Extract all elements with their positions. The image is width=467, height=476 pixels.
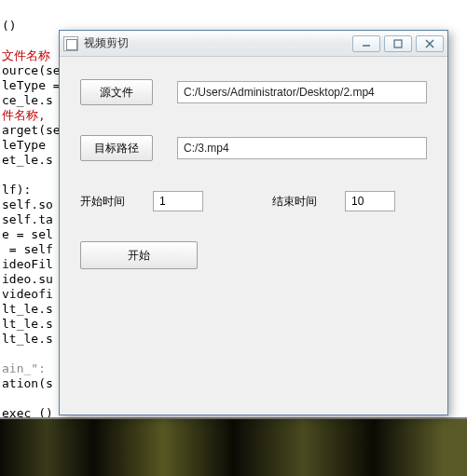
start-time-label: 开始时间 [80, 194, 136, 210]
end-time-input[interactable] [345, 191, 395, 211]
video-trim-window: 视频剪切 源文件 目标路径 开始时间 结束时间 开始 [59, 30, 448, 415]
close-button[interactable] [416, 35, 444, 52]
close-icon [425, 39, 434, 48]
target-path-input[interactable] [177, 137, 427, 159]
minimize-icon [362, 39, 371, 48]
start-time-input[interactable] [153, 191, 203, 211]
dialog-content: 源文件 目标路径 开始时间 结束时间 开始 [60, 57, 447, 269]
maximize-icon [393, 39, 403, 48]
target-path-button[interactable]: 目标路径 [80, 135, 153, 161]
bottom-image-strip [0, 418, 467, 476]
titlebar[interactable]: 视频剪切 [60, 31, 447, 57]
maximize-button[interactable] [384, 35, 412, 52]
window-icon [63, 36, 78, 51]
start-button[interactable]: 开始 [80, 241, 198, 269]
window-title: 视频剪切 [84, 35, 129, 51]
source-path-input[interactable] [177, 81, 427, 103]
source-file-button[interactable]: 源文件 [80, 79, 153, 105]
svg-rect-1 [394, 40, 402, 48]
minimize-button[interactable] [352, 35, 380, 52]
end-time-label: 结束时间 [272, 194, 328, 210]
